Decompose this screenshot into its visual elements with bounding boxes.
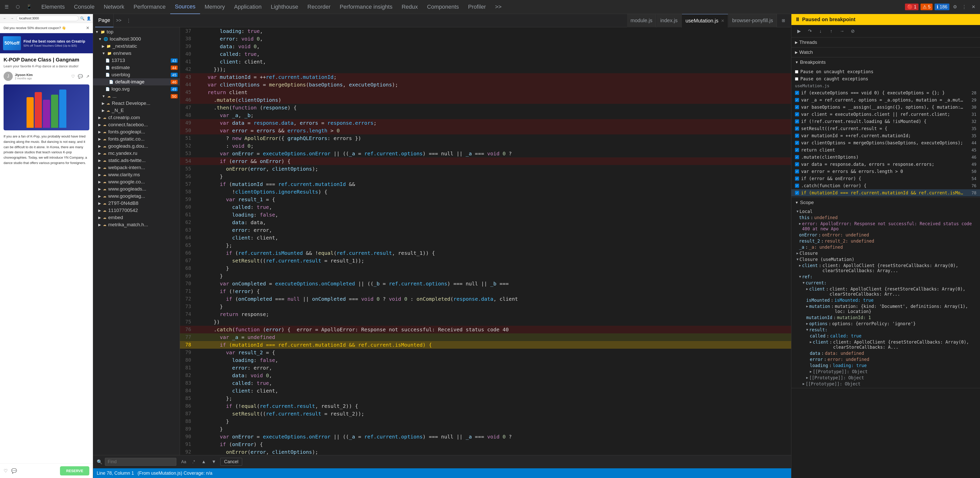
scope-proto-1[interactable]: ▶ [[Prototype]]: Object [791,368,980,375]
tree-item-logo[interactable]: 📄 logo.svg 49 [93,86,180,92]
search-icon[interactable]: 🔍 [80,16,84,21]
notification-close-button[interactable]: ✕ [86,25,89,30]
bp-46-checkbox[interactable]: ✓ [795,155,799,159]
step-button[interactable]: → [838,27,846,35]
tree-item-google-co[interactable]: ▶ ☁ www.google.co... [93,178,180,186]
find-next-button[interactable]: ▼ [210,459,218,465]
bp-35b-checkbox[interactable]: ✓ [795,133,799,138]
file-tab-close-icon[interactable]: ✕ [721,18,724,23]
tab-profiler[interactable]: Profiler [463,0,490,14]
profile-icon[interactable]: 👤 [86,16,91,21]
tree-item-userblog[interactable]: 📄 userblog 45 [93,71,180,78]
tree-item-default-image[interactable]: 📄 default-image 46 [93,78,180,86]
watch-header[interactable]: ▶ Watch [791,48,980,57]
tree-item-static-ads[interactable]: ▶ ☁ static.ads-twitte... [93,157,180,164]
tab-components[interactable]: Components [422,0,463,14]
tree-item-mc-yandex[interactable]: ▶ ☁ mc.yandex.ru [93,150,180,157]
back-button[interactable]: ← [2,16,8,21]
step-over-button[interactable]: ↷ [806,27,814,35]
find-input[interactable] [105,458,177,466]
find-match-case-button[interactable]: Aa [179,459,189,465]
tab-application[interactable]: Application [229,0,266,14]
bp-49-checkbox[interactable]: ✓ [795,162,799,166]
tree-item-localhost[interactable]: ▼ 🌐 localhost:3000 [93,35,180,43]
reserve-button[interactable]: RESERVE [60,466,89,475]
tab-perf-insights[interactable]: Performance insights [335,0,397,14]
menu-icon[interactable]: ☰ [2,2,11,11]
forward-button[interactable]: → [9,16,15,21]
tab-sources[interactable]: Sources [170,0,200,14]
step-into-button[interactable]: ↓ [816,27,824,35]
tab-performance[interactable]: Performance [129,0,170,14]
find-regex-button[interactable]: .* [190,459,197,465]
code-editor[interactable]: 37 loading: true, 38 error: void 0, 39 d… [180,27,791,455]
tree-item-nne[interactable]: ▶ ☁ _N_E [93,107,180,114]
debugger-scroll[interactable]: ▶ Threads ▶ Watch ▼ Breakpoints [791,38,980,478]
tab-redux[interactable]: Redux [397,0,423,14]
bp-29-checkbox[interactable]: ✓ [795,98,799,102]
tree-item-clarity[interactable]: ▶ ☁ www.clarity.ms [93,171,180,178]
file-tab-index[interactable]: index.js [657,14,681,27]
file-tab-usemutation[interactable]: useMutation.js ✕ [682,14,728,27]
deactivate-breakpoints-button[interactable]: ⊘ [849,27,857,35]
scope-local-header[interactable]: ▼ Local [791,208,980,214]
bp-30-checkbox[interactable]: ✓ [795,105,799,109]
scope-proto-2[interactable]: ▶ [[Prototype]]: Object [791,375,980,381]
tree-item-metrika[interactable]: ▶ ☁ metrika_match.h... [93,221,180,228]
bp-31-checkbox[interactable]: ✓ [795,112,799,116]
tree-item-googleads[interactable]: ▶ ☁ googleads.g.dou... [93,143,180,150]
tree-item-13713[interactable]: 📄 13713 43 [93,57,180,64]
find-cancel-button[interactable]: Cancel [220,458,242,466]
tree-item-11107[interactable]: ▶ ☁ 11107700542 [93,207,180,214]
share-icon[interactable]: ↗ [86,74,89,79]
tree-item-googleads-www[interactable]: ▶ ☁ www.googleads... [93,186,180,192]
settings-icon[interactable]: ⚙ [950,2,959,11]
tree-item-estimate[interactable]: 📄 estimate 44 [93,64,180,71]
bp-54-checkbox[interactable]: ✓ [795,176,799,181]
resume-button[interactable]: ▶ [795,27,803,35]
tree-item-fonts-googleapi[interactable]: ▶ ☁ fonts.googleapi... [93,128,180,135]
threads-header[interactable]: ▶ Threads [791,38,980,47]
bp-32-checkbox[interactable]: ✓ [795,119,799,124]
url-bar[interactable]: localhost:3000 [16,16,79,21]
tree-item-en-news[interactable]: ▼ 📁 en/news [93,50,180,57]
scope-header[interactable]: ▼ Scope [791,198,980,207]
tree-item-googletag[interactable]: ▶ ☁ www.googletag... [93,192,180,200]
split-editor-icon[interactable]: ⊞ [780,17,787,24]
file-tab-ponyfill[interactable]: browser-ponyfill.js [729,14,777,27]
heart-icon[interactable]: ♡ [71,74,75,79]
bp-78-checkbox[interactable]: ✓ [795,191,799,195]
bp-50-checkbox[interactable]: ✓ [795,169,799,173]
tab-recorder[interactable]: Recorder [303,0,335,14]
tree-item-embed[interactable]: ▶ ☁ embed [93,214,180,221]
bp-44-checkbox[interactable]: ✓ [795,141,799,145]
tree-item-webpack[interactable]: ▶ ☁ webpack-intern... [93,164,180,171]
bp-35-checkbox[interactable]: ✓ [795,127,799,130]
find-prev-button[interactable]: ▲ [200,459,207,465]
tab-memory[interactable]: Memory [200,0,229,14]
file-tab-module[interactable]: module.js [627,14,656,27]
tree-item-ellipsis[interactable]: ▼ ☁ ... 50 [93,92,180,100]
tree-item-react-devtools[interactable]: ▶ ☁ React Develope... [93,100,180,107]
kebab-menu-icon[interactable]: ⋮ [124,16,133,25]
tree-item-connect-fb[interactable]: ▶ ☁ connect.faceboo... [93,121,180,128]
tree-item-cf-creatrip[interactable]: ▶ ☁ cf.creatrip.com [93,114,180,121]
bp-45-checkbox[interactable]: ✓ [795,148,799,152]
tab-lighthouse[interactable]: Lighthouse [266,0,303,14]
tree-item-next-static[interactable]: ▶ 📁 _next/static [93,43,180,50]
vertical-dots-icon[interactable]: ⋮ [959,2,969,11]
breakpoints-header[interactable]: ▼ Breakpoints [791,57,980,67]
tab-page[interactable]: Page [95,14,114,27]
scope-closure-usemutation-header[interactable]: ▼ Closure (useMutation) [791,256,980,262]
more-tabs-btn[interactable]: >> [114,18,124,23]
scope-proto-3[interactable]: ▶ [[Prototype]]: Object [791,381,980,387]
comment-icon[interactable]: 💬 [11,468,17,474]
inspect-icon[interactable]: ⬡ [13,2,22,11]
step-out-button[interactable]: ↑ [827,27,835,35]
tree-item-fonts-gstatic[interactable]: ▶ ☁ fonts.gstatic.co... [93,135,180,143]
chat-icon[interactable]: 💬 [78,74,83,79]
tree-item-2t9t[interactable]: ▶ ☁ 2T9T-0N4dB8 [93,200,180,207]
tab-network[interactable]: Network [99,0,129,14]
tab-more[interactable]: >> [490,0,506,14]
tree-item-top[interactable]: ▼ 📁 top [93,28,180,35]
